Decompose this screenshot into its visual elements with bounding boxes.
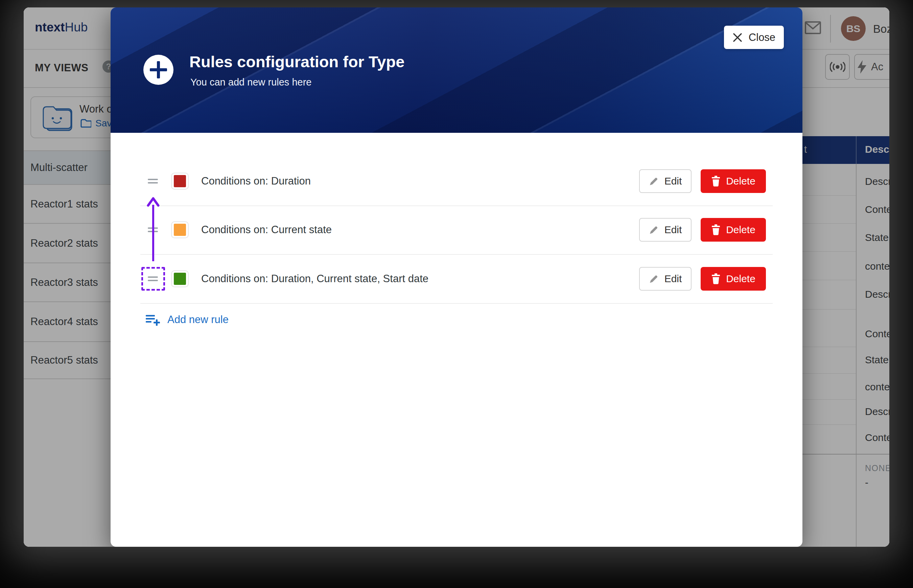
edit-button[interactable]: Edit [639,169,691,193]
rule-label: Conditions on: Duration, Current state, … [201,273,429,285]
trash-icon [711,176,720,187]
plus-circle-icon [143,55,173,85]
edit-button-label: Edit [664,224,682,236]
edit-button-label: Edit [664,175,682,187]
edit-button-label: Edit [664,273,682,284]
close-button-label: Close [749,31,775,44]
add-new-rule-label: Add new rule [167,313,228,326]
annotation-arrow-head [147,197,160,207]
rule-label: Conditions on: Current state [201,224,332,236]
dialog-header: Rules configuration for Type You can add… [110,7,803,133]
delete-button-label: Delete [726,273,756,284]
delete-button[interactable]: Delete [701,218,766,242]
rule-row-1: Conditions on: Duration Edit Delete [110,157,803,205]
pencil-icon [649,274,659,284]
delete-button[interactable]: Delete [701,169,766,193]
rule-row-3: Conditions on: Duration, Current state, … [110,254,803,303]
rule-color-swatch[interactable] [171,270,189,287]
rule-color-swatch[interactable] [171,221,189,238]
rule-row-2: Conditions on: Current state Edit Delete [110,205,803,254]
pencil-icon [649,176,659,186]
playlist-add-icon [146,313,160,326]
trash-icon [711,225,720,235]
rule-color-swatch[interactable] [171,173,189,190]
rule-label: Conditions on: Duration [201,175,311,187]
trash-icon [711,273,720,284]
color-square-green [174,273,186,285]
delete-button-label: Delete [726,175,756,187]
annotation-arrow-line [152,205,154,261]
color-square-orange [174,224,186,236]
rules-configuration-dialog: Rules configuration for Type You can add… [110,7,803,547]
add-new-rule-link[interactable]: Add new rule [146,307,228,333]
color-square-red [174,175,186,187]
pencil-icon [649,225,659,235]
delete-button-label: Delete [726,224,756,236]
dialog-subtitle: You can add new rules here [190,77,311,88]
edit-button[interactable]: Edit [639,267,691,291]
annotation-selection-box [141,267,165,291]
app-window: ntextHub BS Boz MY VIEWS ? Ac [24,7,889,547]
rule-divider [140,303,773,304]
dialog-title: Rules configuration for Type [189,52,405,71]
delete-button[interactable]: Delete [701,267,766,291]
close-button[interactable]: Close [724,26,784,49]
close-icon [732,32,743,43]
drag-handle-icon[interactable] [148,179,158,184]
edit-button[interactable]: Edit [639,218,691,242]
